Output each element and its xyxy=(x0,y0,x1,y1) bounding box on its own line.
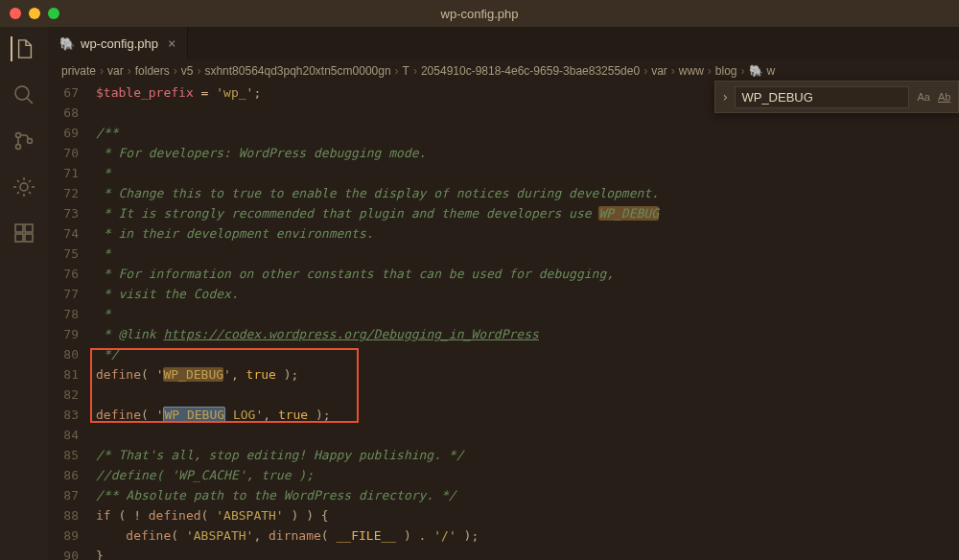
breadcrumb-item[interactable]: www xyxy=(679,64,704,78)
tabs-bar: 🐘 wp-config.php × xyxy=(48,27,959,59)
code-editor[interactable]: 6768697071727374757677787980818283848586… xyxy=(48,82,959,560)
svg-point-3 xyxy=(28,139,33,144)
breadcrumb-item[interactable]: var xyxy=(651,64,667,78)
breadcrumb-item[interactable]: folders xyxy=(135,64,170,78)
breadcrumb-item[interactable]: 2054910c-9818-4e6c-9659-3bae83255de0 xyxy=(421,64,640,78)
activity-bar xyxy=(0,27,48,560)
breadcrumb-item[interactable]: v5 xyxy=(181,64,194,78)
breadcrumb-item[interactable]: blog xyxy=(715,64,737,78)
php-file-icon: 🐘 xyxy=(59,36,75,51)
find-input[interactable] xyxy=(735,86,909,108)
svg-point-4 xyxy=(20,183,28,191)
search-icon[interactable] xyxy=(12,82,36,107)
source-control-icon[interactable] xyxy=(12,128,36,153)
breadcrumb-item[interactable]: T xyxy=(403,64,409,78)
breadcrumb-item[interactable]: sxhnt80564qd3pqh20xtn5cm0000gn xyxy=(204,64,390,78)
find-widget: › Aa Ab .* xyxy=(714,81,959,113)
breadcrumb-item[interactable]: var xyxy=(107,64,124,78)
svg-point-2 xyxy=(16,145,21,150)
line-numbers: 6768697071727374757677787980818283848586… xyxy=(48,82,96,560)
svg-rect-7 xyxy=(15,234,23,242)
titlebar: wp-config.php xyxy=(0,0,959,27)
extensions-icon[interactable] xyxy=(12,221,36,245)
explorer-icon[interactable] xyxy=(11,36,35,61)
tab-label: wp-config.php xyxy=(81,36,158,51)
svg-point-0 xyxy=(15,86,29,100)
chevron-right-icon[interactable]: › xyxy=(721,89,729,105)
breadcrumbs[interactable]: private› var› folders› v5› sxhnt80564qd3… xyxy=(48,59,959,82)
traffic-lights xyxy=(10,8,59,19)
svg-rect-5 xyxy=(15,224,23,232)
match-word-button[interactable]: Ab xyxy=(936,89,952,105)
debug-icon[interactable] xyxy=(12,175,36,199)
close-window-button[interactable] xyxy=(10,8,21,19)
svg-point-1 xyxy=(16,133,21,138)
tab-wp-config[interactable]: 🐘 wp-config.php × xyxy=(48,27,188,59)
match-case-button[interactable]: Aa xyxy=(915,89,931,105)
window-title: wp-config.php xyxy=(441,7,519,21)
php-file-icon: 🐘 xyxy=(749,64,763,78)
svg-rect-8 xyxy=(25,234,33,242)
maximize-window-button[interactable] xyxy=(48,8,59,19)
svg-rect-6 xyxy=(25,224,33,232)
breadcrumb-item[interactable]: w xyxy=(767,64,776,78)
breadcrumb-item[interactable]: private xyxy=(61,64,96,78)
code-lines[interactable]: $table_prefix = 'wp_'; /** * For develop… xyxy=(96,82,959,560)
minimize-window-button[interactable] xyxy=(29,8,40,19)
close-icon[interactable]: × xyxy=(168,35,175,51)
